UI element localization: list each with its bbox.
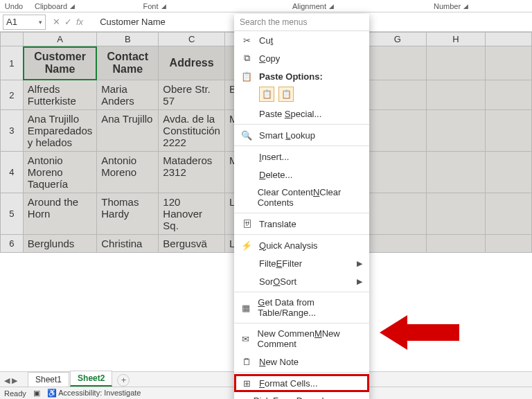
menu-search[interactable]: Search the menus (234, 14, 369, 31)
cell[interactable]: Obere Str. 57 (159, 80, 225, 110)
cell[interactable]: Berglunds (23, 235, 96, 253)
menu-item-filter[interactable]: FilteEFilter▶ (234, 254, 369, 272)
launcher-icon[interactable]: ◢ (70, 3, 75, 10)
chevron-right-icon: ▶ (357, 259, 362, 268)
menu-item-paste-options[interactable]: 📋Paste Options: (234, 67, 369, 85)
paste-option-icon[interactable]: 📋 (278, 87, 294, 102)
cell[interactable] (369, 46, 427, 80)
tab-nav[interactable]: ◀ ▶ (4, 376, 17, 385)
chevron-right-icon: ▶ (357, 277, 362, 286)
cell[interactable]: Around the Horn (23, 193, 96, 235)
menu-item-paste-special[interactable]: Paste Special... (234, 105, 369, 123)
menu-label: Get Data from Table/Range... (258, 297, 362, 318)
row-header[interactable]: 4 (1, 152, 24, 193)
enter-icon[interactable]: ✓ (64, 17, 72, 27)
cell[interactable] (485, 46, 531, 80)
macro-icon[interactable]: ▣ (33, 389, 40, 398)
menu-icon: 🈂 (241, 218, 252, 229)
menu-icon (241, 169, 252, 180)
menu-item-new-comment[interactable]: ✉New CommenMNew Comment (234, 325, 369, 353)
accessibility-status[interactable]: ♿ Accessibility: Investigate (47, 389, 141, 398)
row-header[interactable]: 3 (1, 110, 24, 152)
cell[interactable]: Contact Name (97, 46, 159, 80)
formula-content[interactable]: Customer Name (96, 17, 166, 27)
cancel-icon[interactable]: ✕ (53, 17, 60, 27)
menu-label: Paste Special... (259, 109, 321, 119)
menu-label: FilteEFilter (259, 258, 302, 269)
row-header[interactable]: 1 (1, 46, 24, 80)
menu-icon: 📋 (241, 71, 252, 82)
annotation-arrow (380, 312, 463, 353)
name-box[interactable]: A1▾ (3, 15, 46, 30)
menu-label: Quick Analysis (259, 240, 318, 251)
row-header[interactable]: 6 (1, 235, 24, 253)
menu-icon: 🔍 (241, 130, 252, 141)
menu-item-format-cells[interactable]: ⊞Format Cells... (234, 374, 369, 392)
menu-label: New Note (259, 357, 299, 367)
cell[interactable]: Christina (97, 235, 159, 253)
fx-icon[interactable]: fx (76, 17, 89, 27)
cell[interactable]: Thomas Hardy (97, 193, 159, 235)
menu-item-quick-analysis[interactable]: ⚡Quick Analysis (234, 236, 369, 254)
chevron-down-icon[interactable]: ▾ (39, 19, 42, 26)
menu-icon (241, 108, 252, 119)
menu-icon (241, 151, 252, 162)
ribbon-group-labels: Undo Clipboard◢ Font◢ Alignment◢ Number◢ (0, 0, 532, 12)
menu-icon (241, 258, 252, 269)
launcher-icon[interactable]: ◢ (463, 3, 468, 10)
row-header[interactable]: 5 (1, 193, 24, 235)
cell[interactable]: Alfreds Futterkiste (23, 80, 96, 110)
menu-icon: ⚡ (241, 240, 252, 251)
menu-item-translate[interactable]: 🈂Translate (234, 215, 369, 233)
formula-buttons: ✕ ✓ fx (48, 17, 93, 27)
menu-item-delete[interactable]: Delete... (234, 166, 369, 184)
menu-item-copy[interactable]: ⧉Copy (234, 49, 369, 67)
cell[interactable]: Bergusvä (159, 235, 225, 253)
menu-label: Format Cells... (259, 378, 318, 389)
menu-label: Paste Options: (259, 71, 323, 82)
menu-icon (241, 192, 251, 203)
menu-item-cut[interactable]: ✂Cut (234, 31, 369, 49)
launcher-icon[interactable]: ◢ (161, 3, 166, 10)
context-menu: Search the menus ✂Cut⧉Copy📋Paste Options… (234, 14, 369, 399)
menu-icon: ⊞ (241, 378, 252, 389)
cell[interactable]: Address (159, 46, 225, 80)
menu-label: Clear ContentNClear Contents (258, 187, 362, 208)
menu-icon: ⧉ (241, 53, 252, 64)
sheet-tab[interactable]: Sheet1 (28, 372, 69, 387)
launcher-icon[interactable]: ◢ (329, 3, 334, 10)
menu-icon: 🗒 (241, 356, 252, 367)
sheet-tab[interactable]: Sheet2 (70, 371, 112, 387)
cell[interactable] (427, 46, 485, 80)
menu-label: Pick From Drop-down List..KPick From Dro… (254, 396, 362, 399)
cell[interactable]: Customer Name (23, 46, 96, 80)
cell[interactable]: Maria Anders (97, 80, 159, 110)
menu-label: SorOSort (259, 276, 296, 287)
cell[interactable]: Avda. de la Constitución 2222 (159, 110, 225, 152)
menu-item-new-note[interactable]: 🗒New Note (234, 353, 369, 371)
cell[interactable]: Antonio Moreno (97, 152, 159, 193)
menu-item-clear-contents[interactable]: Clear ContentNClear Contents (234, 184, 369, 211)
menu-label: Cut (259, 35, 273, 46)
cell[interactable]: Ana Trujillo (97, 110, 159, 152)
select-all-corner[interactable] (1, 33, 24, 46)
menu-label: Delete... (259, 170, 292, 180)
menu-icon: ✉ (241, 333, 251, 344)
row-header[interactable]: 2 (1, 80, 24, 110)
cell[interactable]: 120 Hanover Sq. (159, 193, 225, 235)
cell[interactable]: Antonio Moreno Taquería (23, 152, 96, 193)
menu-label: Translate (259, 219, 296, 229)
menu-item-get-data-from-table-range[interactable]: ▦Get Data from Table/Range... (234, 294, 369, 321)
menu-icon: ▦ (241, 302, 251, 313)
menu-item-smart-lookup[interactable]: 🔍Smart Lookup (234, 126, 369, 144)
new-sheet-button[interactable]: + (117, 374, 130, 387)
cell[interactable]: Mataderos 2312 (159, 152, 225, 193)
svg-marker-0 (380, 315, 459, 350)
menu-item-sort[interactable]: SorOSort▶ (234, 272, 369, 290)
menu-item-insert[interactable]: Insert... (234, 148, 369, 166)
menu-icon (241, 276, 252, 287)
paste-option-icon[interactable]: 📋 (259, 87, 274, 102)
menu-item-pick-from-drop-down-list[interactable]: Pick From Drop-down List..KPick From Dro… (234, 392, 369, 399)
cell[interactable]: Ana Trujillo Emparedados y helados (23, 110, 96, 152)
status-ready: Ready (4, 389, 26, 398)
